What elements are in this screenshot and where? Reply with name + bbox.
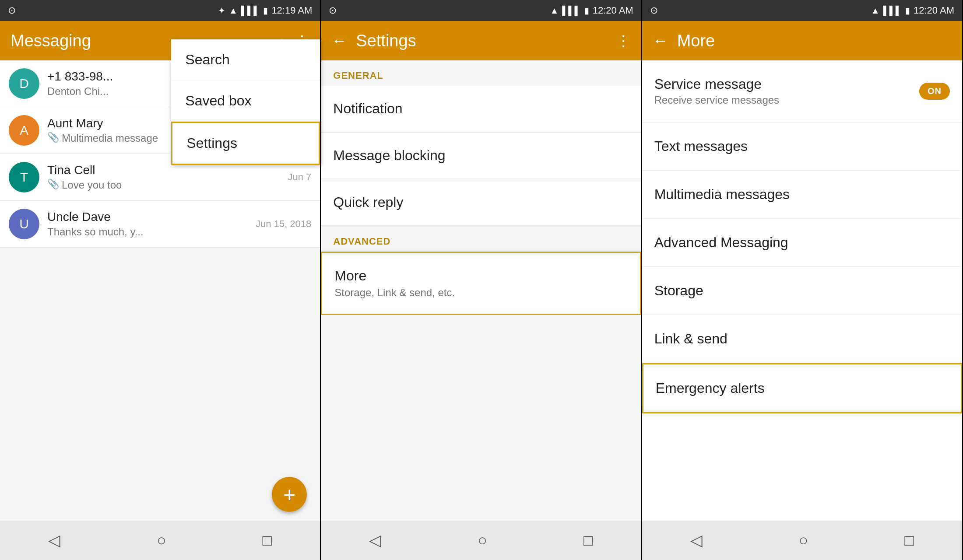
contact-name: Uncle Dave xyxy=(47,210,251,224)
attachment-icon: 📎 xyxy=(47,178,59,190)
recents-nav-icon-2[interactable]: □ xyxy=(583,531,593,550)
status-right-2: ▲ ▌▌▌ ▮ 12:20 AM xyxy=(550,5,633,16)
time-3: 12:20 AM xyxy=(914,5,954,16)
advanced-messaging-title: Advanced Messaging xyxy=(654,234,788,251)
nav-bar-3: ◁ ○ □ xyxy=(642,521,962,560)
contact-preview: Thanks so much, y... xyxy=(47,226,251,238)
avatar: T xyxy=(9,162,39,192)
back-button-settings[interactable]: ← xyxy=(331,32,347,50)
notification-item[interactable]: Notification xyxy=(321,86,641,132)
avatar: A xyxy=(9,115,39,146)
status-left-1: ⊙ xyxy=(8,5,16,16)
advanced-messaging-item[interactable]: Advanced Messaging xyxy=(642,219,962,267)
back-nav-icon[interactable]: ◁ xyxy=(48,531,60,550)
text-messages-title: Text messages xyxy=(654,138,748,154)
storage-content: Storage xyxy=(654,283,703,299)
more-subtitle: Storage, Link & send, etc. xyxy=(334,287,627,299)
time-1: 12:19 AM xyxy=(271,5,312,16)
list-item[interactable]: U Uncle Dave Thanks so much, y... Jun 15… xyxy=(0,201,320,248)
status-left-3: ⊙ xyxy=(650,5,658,16)
menu-icon-settings[interactable]: ⋮ xyxy=(616,32,631,49)
status-bar-1: ⊙ ✦ ▲ ▌▌▌ ▮ 12:19 AM xyxy=(0,0,320,21)
contact-info: Tina Cell 📎 Love you too xyxy=(47,163,284,191)
contact-name: Tina Cell xyxy=(47,163,284,177)
back-nav-icon-2[interactable]: ◁ xyxy=(369,531,381,550)
general-section-header: GENERAL xyxy=(321,60,641,86)
contact-info: Uncle Dave Thanks so much, y... xyxy=(47,210,251,238)
signal-icon-3: ▌▌▌ xyxy=(883,6,902,16)
text-messages-content: Text messages xyxy=(654,138,748,154)
compose-fab[interactable]: + xyxy=(272,477,307,512)
attachment-icon: 📎 xyxy=(47,132,59,143)
service-message-content: Service message Receive service messages xyxy=(654,76,779,106)
contact-preview: Multimedia message xyxy=(62,132,158,144)
message-blocking-title: Message blocking xyxy=(333,147,629,164)
dropdown-settings[interactable]: Settings xyxy=(171,122,320,165)
messaging-panel: ⊙ ✦ ▲ ▌▌▌ ▮ 12:19 AM Messaging ⌕ ⋮ Searc… xyxy=(0,0,321,560)
service-message-toggle[interactable]: ON xyxy=(919,83,950,100)
home-nav-icon-3[interactable]: ○ xyxy=(799,531,808,550)
message-blocking-item[interactable]: Message blocking xyxy=(321,133,641,179)
settings-title: Settings xyxy=(356,32,607,50)
dropdown-savedbox[interactable]: Saved box xyxy=(171,80,320,122)
contact-preview: Love you too xyxy=(62,179,122,191)
link-send-item[interactable]: Link & send xyxy=(642,315,962,363)
contact-time: Jun 7 xyxy=(288,172,312,183)
battery-icon-2: ▮ xyxy=(584,5,589,16)
home-nav-icon[interactable]: ○ xyxy=(157,531,166,550)
notification-title: Notification xyxy=(333,101,629,117)
status-bar-3: ⊙ ▲ ▌▌▌ ▮ 12:20 AM xyxy=(642,0,962,21)
wifi-icon-3: ▲ xyxy=(871,6,880,16)
bluetooth-icon-1: ✦ xyxy=(218,5,225,16)
wifi-icon-1: ▲ xyxy=(229,6,238,16)
dropdown-menu: Search Saved box Settings xyxy=(171,39,320,165)
emergency-alerts-content: Emergency alerts xyxy=(656,380,765,396)
settings-panel: ⊙ ▲ ▌▌▌ ▮ 12:20 AM ← Settings ⋮ GENERAL … xyxy=(321,0,642,560)
storage-item[interactable]: Storage xyxy=(642,267,962,315)
multimedia-messages-item[interactable]: Multimedia messages xyxy=(642,171,962,219)
signal-icon-2: ▌▌▌ xyxy=(562,6,581,16)
quick-reply-item[interactable]: Quick reply xyxy=(321,179,641,226)
battery-icon-3: ▮ xyxy=(905,5,910,16)
multimedia-messages-content: Multimedia messages xyxy=(654,186,790,203)
back-nav-icon-3[interactable]: ◁ xyxy=(690,531,703,550)
status-right-3: ▲ ▌▌▌ ▮ 12:20 AM xyxy=(871,5,954,16)
dropdown-search[interactable]: Search xyxy=(171,39,320,80)
status-left-2: ⊙ xyxy=(329,5,337,16)
back-button-more[interactable]: ← xyxy=(653,32,668,50)
more-title: More xyxy=(334,268,627,284)
contact-time: Jun 15, 2018 xyxy=(256,218,311,230)
service-message-title: Service message xyxy=(654,76,779,92)
service-message-subtitle: Receive service messages xyxy=(654,94,779,106)
more-body: Service message Receive service messages… xyxy=(642,60,962,521)
status-right-1: ✦ ▲ ▌▌▌ ▮ 12:19 AM xyxy=(218,5,312,16)
link-send-content: Link & send xyxy=(654,331,728,347)
home-nav-icon-2[interactable]: ○ xyxy=(478,531,487,550)
avatar: U xyxy=(9,209,39,239)
avatar: D xyxy=(9,68,39,99)
more-panel: ⊙ ▲ ▌▌▌ ▮ 12:20 AM ← More Service messag… xyxy=(642,0,963,560)
multimedia-messages-title: Multimedia messages xyxy=(654,186,790,203)
recents-nav-icon[interactable]: □ xyxy=(263,531,272,550)
more-app-bar: ← More xyxy=(642,21,962,60)
nav-bar-2: ◁ ○ □ xyxy=(321,521,641,560)
advanced-section-header: ADVANCED xyxy=(321,226,641,252)
wifi-icon-2: ▲ xyxy=(550,6,559,16)
nav-bar-1: ◁ ○ □ xyxy=(0,521,320,560)
contact-meta: 📎 Love you too xyxy=(47,177,284,191)
emergency-alerts-title: Emergency alerts xyxy=(656,380,765,396)
settings-app-bar: ← Settings ⋮ xyxy=(321,21,641,60)
quick-reply-title: Quick reply xyxy=(333,194,629,210)
toyota-icon-2: ⊙ xyxy=(329,5,337,16)
recents-nav-icon-3[interactable]: □ xyxy=(904,531,914,550)
text-messages-item[interactable]: Text messages xyxy=(642,122,962,171)
more-item[interactable]: More Storage, Link & send, etc. xyxy=(321,252,641,315)
toyota-icon-3: ⊙ xyxy=(650,5,658,16)
service-message-item[interactable]: Service message Receive service messages… xyxy=(642,60,962,122)
battery-icon-1: ▮ xyxy=(263,5,268,16)
emergency-alerts-item[interactable]: Emergency alerts xyxy=(642,363,962,413)
settings-body: GENERAL Notification Message blocking Qu… xyxy=(321,60,641,521)
advanced-messaging-content: Advanced Messaging xyxy=(654,234,788,251)
storage-title: Storage xyxy=(654,283,703,299)
time-2: 12:20 AM xyxy=(593,5,633,16)
